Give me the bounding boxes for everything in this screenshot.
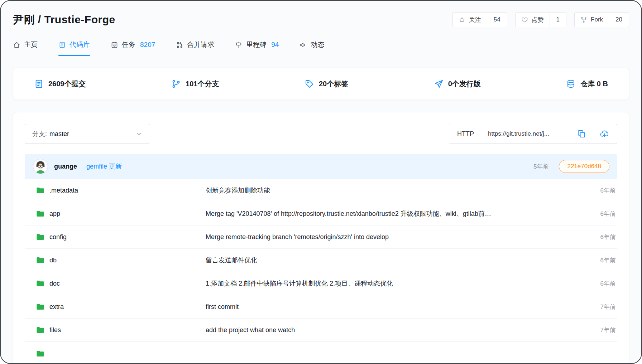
branches-icon [171, 79, 181, 89]
file-commit-message[interactable]: first commit [206, 303, 587, 311]
tab-label: 任务 [122, 40, 135, 49]
stat-releases[interactable]: 0个发行版 [434, 79, 481, 89]
praise-button[interactable]: 点赞 1 [515, 12, 566, 27]
file-name-cell[interactable]: .metadata [25, 186, 206, 195]
clone-url-input[interactable]: https://git.trustie.net/j... [482, 124, 569, 144]
storage-icon [566, 79, 576, 89]
file-commit-message[interactable]: 创新竞赛添加删除功能 [206, 186, 587, 195]
stat-branches[interactable]: 101个分支 [171, 79, 219, 89]
copy-icon[interactable] [577, 129, 586, 139]
tab-code-repository[interactable]: 代码库 [58, 40, 90, 56]
merge-request-icon [176, 41, 183, 49]
avatar[interactable] [33, 159, 48, 174]
file-commit-message[interactable]: add the project what one watch [206, 326, 587, 334]
tab-label: 主页 [24, 40, 38, 49]
tab-label: 里程碑 [246, 40, 267, 49]
commit-meta: 5年前 221e70d648 [533, 160, 609, 173]
file-name-cell[interactable]: config [25, 232, 206, 242]
branch-name: master [49, 130, 69, 137]
protocol-button[interactable]: HTTP [449, 124, 482, 144]
praise-label: 点赞 [532, 16, 544, 24]
file-name[interactable]: doc [49, 280, 60, 287]
file-name[interactable]: files [49, 326, 61, 334]
download-icon[interactable] [600, 129, 609, 139]
table-row[interactable]: app Merge tag 'V20140708' of http://repo… [25, 202, 617, 225]
commit-message-link[interactable]: gemfile 更新 [86, 162, 122, 171]
file-name[interactable]: config [49, 233, 67, 241]
releases-icon [434, 79, 444, 89]
file-name[interactable]: .metadata [49, 187, 78, 194]
watch-button[interactable]: 关注 54 [452, 12, 507, 27]
commit-author[interactable]: guange [54, 163, 77, 170]
commit-hash-badge[interactable]: 221e70d648 [559, 160, 609, 173]
table-row[interactable]: db 留言发送邮件优化 6年前 [25, 249, 617, 272]
file-commit-message[interactable]: 留言发送邮件优化 [206, 256, 587, 264]
branch-selector[interactable]: 分支:master [25, 124, 150, 144]
folder-icon [35, 325, 45, 335]
stat-repo-size[interactable]: 仓库 0 B [566, 79, 608, 89]
file-name[interactable]: extra [49, 303, 64, 311]
fork-label: Fork [591, 16, 603, 23]
file-commit-message[interactable]: Merge remote-tracking branch 'remotes/or… [206, 233, 587, 241]
tasks-icon [111, 41, 118, 49]
fork-button[interactable]: Fork 20 [574, 12, 629, 27]
file-name[interactable]: db [49, 257, 57, 264]
watch-button-main: 关注 [453, 13, 487, 27]
tab-activity[interactable]: 动态 [300, 40, 324, 56]
file-name-cell[interactable]: app [25, 209, 206, 218]
stat-commits[interactable]: 2609个提交 [34, 79, 86, 89]
tab-issues-count: 8207 [140, 41, 155, 49]
tab-merge-requests[interactable]: 合并请求 [176, 40, 214, 56]
clone-url-text: https://git.trustie.net/j... [488, 130, 549, 137]
tab-issues[interactable]: 任务 8207 [111, 40, 155, 56]
file-table: .metadata 创新竞赛添加删除功能 6年前 app Merge tag '… [25, 179, 617, 364]
praise-count[interactable]: 1 [550, 13, 566, 27]
file-commit-message[interactable]: Merge tag 'V20140708' of http://reposito… [206, 209, 587, 218]
table-row-partial[interactable] [25, 342, 617, 364]
repo-stats-bar: 2609个提交 101个分支 20个标签 0个发行版 仓库 0 B [13, 68, 629, 100]
app-window: 尹刚 / Trustie-Forge 关注 54 点赞 1 [0, 0, 642, 364]
stat-label: 101个分支 [186, 79, 219, 89]
stat-tags[interactable]: 20个标签 [305, 79, 348, 89]
file-name-cell[interactable]: db [25, 256, 206, 265]
file-commit-time: 6年前 [587, 233, 617, 241]
file-commit-time: 7年前 [587, 326, 617, 334]
heart-icon [521, 16, 528, 23]
tab-label: 代码库 [70, 40, 90, 49]
table-row[interactable]: files add the project what one watch 7年前 [25, 319, 617, 342]
branch-selector-text: 分支:master [32, 130, 69, 138]
watch-label: 关注 [469, 16, 481, 24]
fork-button-main: Fork [575, 13, 609, 27]
fork-count[interactable]: 20 [609, 13, 629, 27]
tab-bar: 主页 代码库 任务 8207 合并请求 里程碑 94 [1, 40, 641, 56]
repo-toolbar: 分支:master HTTP https://git.trustie.net/j… [25, 124, 617, 144]
stat-label: 2609个提交 [48, 79, 86, 89]
watch-count[interactable]: 54 [487, 13, 507, 27]
file-name-cell[interactable]: extra [25, 302, 206, 311]
chevron-down-icon [135, 130, 143, 137]
tab-label: 合并请求 [187, 40, 214, 49]
folder-icon [35, 209, 45, 218]
file-name-cell[interactable]: doc [25, 279, 206, 288]
table-row[interactable]: config Merge remote-tracking branch 'rem… [25, 225, 617, 249]
file-name-cell [25, 349, 206, 358]
tab-label: 动态 [311, 40, 324, 49]
latest-commit-bar: guange gemfile 更新 5年前 221e70d648 [25, 154, 617, 179]
tab-milestones[interactable]: 里程碑 94 [235, 40, 279, 56]
table-row[interactable]: doc 1.添加文档 2.邮件中缺陷序号计算机制优化 2.项目、课程动态优化 6… [25, 272, 617, 295]
file-commit-time: 6年前 [587, 210, 617, 218]
folder-icon [35, 186, 45, 195]
table-row[interactable]: extra first commit 7年前 [25, 295, 617, 319]
table-row[interactable]: .metadata 创新竞赛添加删除功能 6年前 [25, 179, 617, 202]
file-commit-time: 6年前 [587, 186, 617, 195]
folder-icon [35, 256, 45, 265]
file-commit-message[interactable]: 1.添加文档 2.邮件中缺陷序号计算机制优化 2.项目、课程动态优化 [206, 279, 587, 288]
tags-icon [305, 79, 314, 89]
tab-home[interactable]: 主页 [13, 40, 38, 56]
file-name[interactable]: app [49, 210, 60, 218]
home-icon [13, 41, 20, 49]
folder-icon [35, 302, 45, 311]
star-icon [459, 16, 465, 23]
file-name-cell[interactable]: files [25, 325, 206, 335]
header-actions: 关注 54 点赞 1 Fork [452, 12, 629, 27]
